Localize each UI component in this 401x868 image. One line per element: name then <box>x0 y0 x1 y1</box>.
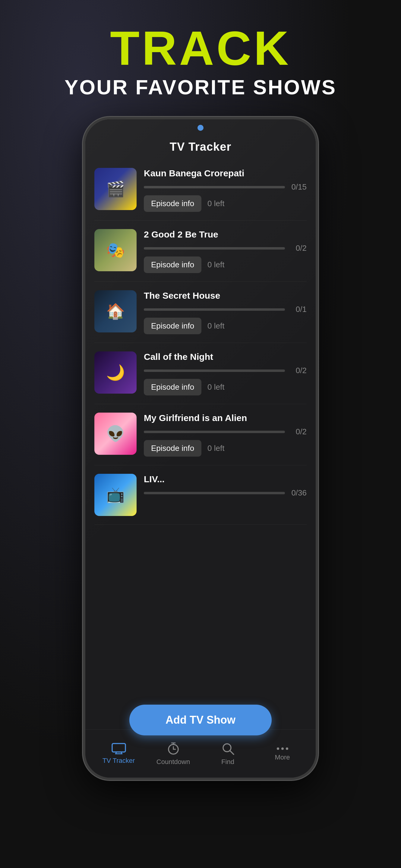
episode-info-button[interactable]: Episode info <box>144 256 202 273</box>
phone-screen: TV Tracker Kaun Banega Crorepati 0/15 <box>85 119 316 778</box>
tab-more[interactable]: More <box>255 746 310 761</box>
progress-bar-bg <box>144 247 285 250</box>
left-count: 0 left <box>208 382 224 392</box>
bottom-nav: TV Tracker Countdown <box>85 730 316 778</box>
show-list[interactable]: Kaun Banega Crorepati 0/15 Episode info … <box>85 159 316 778</box>
left-count: 0 left <box>208 444 224 453</box>
tab-tv-tracker-label: TV Tracker <box>102 757 135 765</box>
show-info-secret: The Secret House 0/1 Episode info 0 left <box>144 290 307 334</box>
progress-row: 0/36 <box>144 488 307 498</box>
progress-bar-bg <box>144 308 285 311</box>
progress-count: 0/2 <box>288 244 307 253</box>
show-thumbnail-kbc <box>94 168 136 210</box>
tab-find-label: Find <box>221 758 234 766</box>
phone-wrapper: TV Tracker Kaun Banega Crorepati 0/15 <box>0 117 401 780</box>
list-item[interactable]: My Girlfriend is an Alien 0/2 Episode in… <box>94 404 307 465</box>
episode-info-button[interactable]: Episode info <box>144 195 202 212</box>
list-item[interactable]: 2 Good 2 Be True 0/2 Episode info 0 left <box>94 221 307 282</box>
progress-row: 0/15 <box>144 182 307 192</box>
hero-track-text: TRACK <box>0 24 401 72</box>
actions-row: Episode info 0 left <box>144 379 307 396</box>
progress-count: 0/2 <box>288 427 307 436</box>
more-icon <box>276 746 289 751</box>
hero-subtitle-text: YOUR FAVORITE SHOWS <box>0 75 401 99</box>
list-item[interactable]: Kaun Banega Crorepati 0/15 Episode info … <box>94 159 307 221</box>
progress-row: 0/1 <box>144 305 307 314</box>
actions-row: Episode info 0 left <box>144 195 307 212</box>
progress-bar-bg <box>144 492 285 494</box>
hero-section: TRACK YOUR FAVORITE SHOWS <box>0 0 401 111</box>
svg-point-12 <box>281 747 284 750</box>
tv-tracker-icon <box>112 743 126 754</box>
progress-count: 0/36 <box>288 488 307 498</box>
svg-rect-0 <box>112 744 125 752</box>
tab-find[interactable]: Find <box>201 742 255 766</box>
left-count: 0 left <box>208 321 224 331</box>
episode-info-button[interactable]: Episode info <box>144 379 202 396</box>
show-thumbnail-girlfriend <box>94 412 136 455</box>
episode-info-button[interactable]: Episode info <box>144 440 202 457</box>
actions-row: Episode info 0 left <box>144 440 307 457</box>
find-icon <box>221 742 235 755</box>
tab-countdown-label: Countdown <box>156 758 190 766</box>
show-info-girlfriend: My Girlfriend is an Alien 0/2 Episode in… <box>144 412 307 457</box>
left-count: 0 left <box>208 199 224 208</box>
actions-row: Episode info 0 left <box>144 256 307 273</box>
progress-row: 0/2 <box>144 427 307 436</box>
countdown-icon <box>166 742 180 755</box>
progress-row: 0/2 <box>144 366 307 375</box>
svg-line-10 <box>230 751 234 754</box>
show-title: The Secret House <box>144 290 307 301</box>
add-tv-show-overlay: Add TV Show <box>129 705 272 735</box>
progress-count: 0/2 <box>288 366 307 375</box>
progress-bar-bg <box>144 370 285 372</box>
show-info-live: LIV... 0/36 <box>144 474 307 498</box>
show-thumbnail-2good <box>94 229 136 271</box>
show-info-kbc: Kaun Banega Crorepati 0/15 Episode info … <box>144 168 307 212</box>
tab-tv-tracker[interactable]: TV Tracker <box>91 743 146 765</box>
show-title: LIV... <box>144 474 307 485</box>
svg-point-13 <box>286 747 288 750</box>
progress-count: 0/15 <box>288 182 307 192</box>
progress-bar-bg <box>144 186 285 188</box>
add-tv-show-button[interactable]: Add TV Show <box>129 705 272 735</box>
show-title: Call of the Night <box>144 351 307 362</box>
left-count: 0 left <box>208 260 224 270</box>
phone-mockup: TV Tracker Kaun Banega Crorepati 0/15 <box>83 117 318 780</box>
show-info-2good: 2 Good 2 Be True 0/2 Episode info 0 left <box>144 229 307 273</box>
show-title: 2 Good 2 Be True <box>144 229 307 240</box>
progress-row: 0/2 <box>144 244 307 253</box>
svg-point-11 <box>277 747 279 750</box>
tab-countdown[interactable]: Countdown <box>146 742 201 766</box>
progress-count: 0/1 <box>288 305 307 314</box>
show-title: My Girlfriend is an Alien <box>144 412 307 424</box>
list-item[interactable]: The Secret House 0/1 Episode info 0 left <box>94 282 307 343</box>
show-thumbnail-secret <box>94 290 136 333</box>
show-title: Kaun Banega Crorepati <box>144 168 307 179</box>
show-thumbnail-callnight <box>94 351 136 394</box>
list-item[interactable]: Call of the Night 0/2 Episode info 0 lef… <box>94 343 307 404</box>
progress-bar-bg <box>144 431 285 433</box>
tab-more-label: More <box>275 753 290 761</box>
show-thumbnail-live <box>94 474 136 516</box>
show-info-callnight: Call of the Night 0/2 Episode info 0 lef… <box>144 351 307 396</box>
episode-info-button[interactable]: Episode info <box>144 318 202 334</box>
phone-camera <box>197 125 204 131</box>
list-item[interactable]: LIV... 0/36 <box>94 465 307 525</box>
actions-row: Episode info 0 left <box>144 318 307 334</box>
app-title: TV Tracker <box>91 141 310 153</box>
